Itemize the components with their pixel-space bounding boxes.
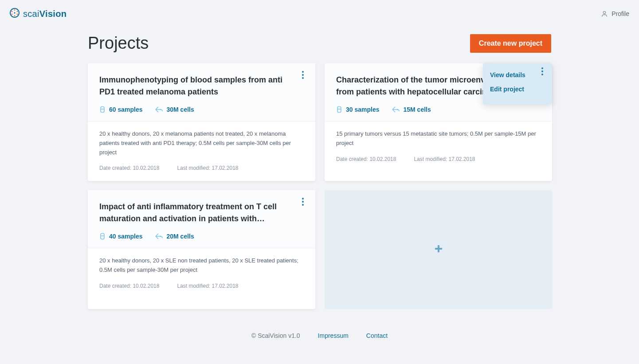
- project-meta: Date created: 10.02.2018 Last modified: …: [99, 165, 304, 171]
- brand-mark-icon: [10, 8, 20, 20]
- project-title: Immunophenotyping of blood samples from …: [99, 74, 286, 98]
- project-card-top: Immunophenotyping of blood samples from …: [88, 63, 315, 121]
- svg-point-13: [160, 109, 161, 110]
- svg-point-8: [604, 12, 606, 14]
- date-created: Date created: 10.02.2018: [99, 283, 159, 289]
- menu-edit-project[interactable]: Edit project: [490, 82, 545, 96]
- svg-point-17: [541, 70, 543, 72]
- date-created: Date created: 10.02.2018: [99, 165, 159, 171]
- project-meta: Date created: 10.02.2018 Last modified: …: [336, 156, 541, 162]
- project-title: Impact of anti inflammatory treatment on…: [99, 201, 286, 225]
- project-card-top: Impact of anti inflammatory treatment on…: [88, 190, 315, 248]
- svg-point-19: [302, 198, 304, 200]
- svg-point-15: [396, 109, 398, 110]
- header: scaiVision Profile: [0, 0, 639, 27]
- svg-point-23: [160, 236, 161, 237]
- project-stats: 60 samples 30M cells: [99, 106, 304, 113]
- project-card-bottom: 15 primary tumors versus 15 metastatic s…: [325, 121, 552, 172]
- brand-bold: Vision: [39, 9, 67, 19]
- svg-point-5: [12, 14, 13, 15]
- project-card-menu-button[interactable]: [538, 66, 547, 77]
- menu-view-details[interactable]: View details: [490, 68, 545, 82]
- svg-rect-14: [337, 107, 341, 113]
- project-stats: 30 samples 15M cells: [336, 106, 541, 113]
- tube-icon: [99, 106, 106, 113]
- title-row: Projects Create new project: [0, 27, 639, 63]
- svg-point-21: [302, 204, 304, 206]
- project-card-menu-button[interactable]: [298, 196, 307, 207]
- cell-icon: [155, 106, 163, 113]
- samples-label: 40 samples: [109, 233, 143, 240]
- svg-point-9: [302, 71, 304, 73]
- brand-logo[interactable]: scaiVision: [10, 8, 67, 20]
- user-icon: [601, 10, 608, 17]
- plus-icon: [435, 245, 443, 254]
- svg-point-6: [12, 11, 13, 12]
- cells-stat: 30M cells: [155, 106, 194, 113]
- cells-label: 20M cells: [167, 233, 194, 240]
- project-card[interactable]: Immunophenotyping of blood samples from …: [88, 63, 315, 181]
- project-meta: Date created: 10.02.2018 Last modified: …: [99, 283, 304, 289]
- project-card-menu-button[interactable]: [298, 70, 307, 80]
- impressum-link[interactable]: Impressum: [318, 332, 349, 339]
- project-card[interactable]: Impact of anti inflammatory treatment on…: [88, 190, 315, 309]
- project-grid: Immunophenotyping of blood samples from …: [0, 63, 639, 326]
- project-card[interactable]: Characterization of the tumor microenvir…: [325, 63, 552, 181]
- last-modified: Last modified: 17.02.2018: [177, 283, 238, 289]
- svg-rect-12: [101, 107, 104, 113]
- page-title: Projects: [88, 34, 149, 53]
- project-card-menu: View details Edit project: [483, 63, 552, 104]
- project-description: 20 x healthy donors, 20 x SLE non treate…: [99, 256, 304, 275]
- svg-point-3: [17, 14, 18, 15]
- svg-point-16: [541, 67, 543, 69]
- svg-rect-25: [435, 248, 442, 250]
- samples-label: 30 samples: [346, 106, 380, 113]
- project-card-bottom: 20 x healthy donors, 20 x melanoma patie…: [88, 121, 315, 181]
- cells-stat: 20M cells: [155, 233, 194, 240]
- copyright-text: © ScaiVision v1.0: [251, 332, 300, 339]
- last-modified: Last modified: 17.02.2018: [414, 156, 475, 162]
- samples-label: 60 samples: [109, 106, 143, 113]
- cell-icon: [392, 106, 400, 113]
- svg-point-1: [14, 9, 16, 11]
- svg-point-4: [14, 15, 16, 16]
- svg-point-11: [302, 77, 304, 79]
- cells-stat: 15M cells: [392, 106, 431, 113]
- svg-point-18: [541, 74, 543, 75]
- tube-icon: [99, 233, 106, 240]
- create-project-button[interactable]: Create new project: [470, 34, 551, 53]
- svg-point-7: [14, 12, 16, 14]
- contact-link[interactable]: Contact: [366, 332, 388, 339]
- add-project-card[interactable]: [325, 190, 552, 309]
- footer: © ScaiVision v1.0 Impressum Contact: [0, 326, 639, 349]
- svg-point-10: [302, 74, 304, 76]
- project-description: 20 x healthy donors, 20 x melanoma patie…: [99, 129, 304, 157]
- project-description: 15 primary tumors versus 15 metastatic s…: [336, 129, 541, 148]
- brand-text: scaiVision: [23, 9, 67, 19]
- samples-stat: 60 samples: [99, 106, 143, 113]
- tube-icon: [336, 106, 342, 113]
- samples-stat: 40 samples: [99, 233, 143, 240]
- svg-point-20: [302, 201, 304, 203]
- samples-stat: 30 samples: [336, 106, 380, 113]
- project-stats: 40 samples 20M cells: [99, 233, 304, 240]
- profile-link[interactable]: Profile: [601, 10, 629, 17]
- cells-label: 30M cells: [167, 106, 194, 113]
- svg-rect-22: [101, 234, 104, 239]
- cell-icon: [155, 233, 163, 240]
- cells-label: 15M cells: [404, 106, 431, 113]
- profile-label: Profile: [612, 10, 629, 17]
- date-created: Date created: 10.02.2018: [336, 156, 396, 162]
- project-card-bottom: 20 x healthy donors, 20 x SLE non treate…: [88, 248, 315, 299]
- brand-prefix: scai: [23, 9, 39, 19]
- svg-point-2: [17, 11, 18, 12]
- last-modified: Last modified: 17.02.2018: [177, 165, 238, 171]
